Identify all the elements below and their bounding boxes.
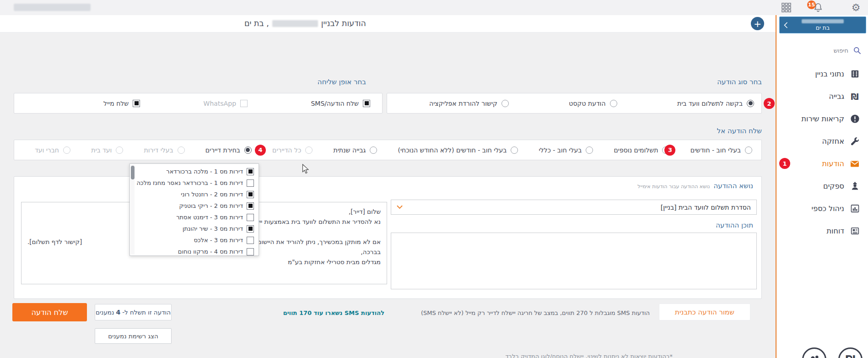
sidebar-item[interactable]: ספקים	[776, 175, 868, 197]
envelope-icon	[850, 159, 860, 169]
option-label: בעלי דירות	[144, 146, 173, 154]
recipient-option[interactable]: חברי ועד	[35, 146, 70, 154]
radio-icon	[244, 146, 252, 154]
sidebar-item[interactable]: ניהול כספי	[776, 197, 868, 220]
reports-icon	[850, 226, 860, 236]
tenant-option-label: דירות מס 1 - ברכורדאר נאסר מחנז מלכה	[136, 179, 243, 186]
sidebar-item-badge: 1	[779, 158, 790, 169]
service-exclamation-icon	[850, 114, 860, 124]
notification-count-badge: 15	[807, 0, 816, 9]
sms-limit-text: הודעות SMS מוגבלות ל 270 תווים, במצב של …	[387, 309, 650, 316]
group-icon[interactable]	[802, 347, 826, 358]
tenant-option[interactable]: דירות מס 3 - אלכס	[137, 234, 254, 246]
recipient-option[interactable]: בחירת דיירים 4	[205, 146, 252, 154]
tenant-option-label: דירות מס 1 - מלכה ברכורדאר	[166, 168, 243, 175]
option-label: בעלי חוב - כללי	[539, 146, 582, 154]
message-content-input[interactable]	[391, 233, 757, 289]
messages-page: { "topbar": { "notification_count": "15"…	[0, 0, 868, 358]
page-title: הודעות לבניין , בת ים	[208, 19, 366, 28]
sms-remaining-text[interactable]: להודעות SMS נשארו עוד 170 תווים	[256, 309, 384, 316]
send-message-button[interactable]: שלח הודעה	[12, 303, 87, 321]
building-selector[interactable]: בת ים	[779, 16, 866, 33]
checkbox-icon	[247, 248, 254, 255]
send-method-option[interactable]: שלח הודעה/SMS	[311, 100, 370, 107]
preview-line-link: [קישור לדף תשלום].	[27, 237, 82, 247]
scrollbar-thumb[interactable]	[131, 166, 135, 179]
checkbox-icon	[240, 100, 248, 107]
option-label: גבייה שנתית	[333, 146, 366, 154]
tenant-option-label: דירות מס 4 - מרקוו נוחום	[178, 248, 243, 255]
tenant-option[interactable]: דירות מס 1 - ברכורדאר נאסר מחנז מלכה	[137, 177, 254, 189]
option-label: כל הדיירים	[272, 146, 301, 154]
option-label: בחירת דיירים	[205, 146, 240, 154]
settings-gear-icon[interactable]: ⚙	[850, 2, 862, 13]
apps-grid-icon[interactable]	[781, 2, 792, 13]
tenant-option-label: דירות מס 2 - ריקי בוטניק	[179, 202, 243, 209]
recipient-option[interactable]: בעלי חוב - חודשים	[690, 146, 752, 154]
subject-select[interactable]: הסדרת תשלום לוועד הבית [בניין]	[391, 200, 757, 215]
recipient-option[interactable]: כל הדיירים	[272, 146, 313, 154]
send-method-option[interactable]: WhatsApp	[204, 100, 248, 107]
recipient-options: בעלי חוב - חודשים תשלומים נוספים 3 בעלי …	[14, 140, 762, 160]
svg-text:₪: ₪	[851, 92, 858, 102]
subject-label-row: נושא ההודעה נושא ההודעה עבור הודעות אימי…	[637, 182, 753, 190]
footer-note: *בהודעות יוצאות לא ניתנות לשינוי, יישלח …	[467, 353, 673, 358]
send-method-option[interactable]: שלח מייל	[103, 100, 140, 107]
save-template-button[interactable]: שמור הודעה כתבנית	[659, 304, 750, 320]
recipient-option[interactable]: בעלי דירות	[144, 146, 184, 154]
send-count-value: 4	[116, 309, 120, 316]
sidebar-item[interactable]: הודעות 1	[776, 152, 868, 175]
sidebar-item-label: ניהול כספי	[812, 204, 844, 213]
checkbox-icon	[247, 237, 254, 244]
topbar: 15 ⚙	[0, 0, 868, 15]
recipient-option[interactable]: בעלי חוב - חודשים (ללא החודש הנוכחי)	[398, 146, 518, 154]
sidebar-item[interactable]: קריאות שירות	[776, 108, 868, 130]
recipient-option[interactable]: בעלי חוב - כללי	[539, 146, 593, 154]
checkbox-icon	[247, 191, 254, 198]
sidebar-item[interactable]: אחזקה	[776, 130, 868, 152]
show-recipients-button[interactable]: הצג רשימת נמענים	[95, 328, 172, 344]
subject-label: נושא ההודעה	[713, 182, 753, 190]
tenant-option[interactable]: דירות מס 2 - ריקי בוטניק	[137, 200, 254, 212]
step-badge-2: 2	[764, 98, 775, 109]
company-logo-redacted	[14, 4, 91, 11]
tenant-option[interactable]: דירות מס 1 - מלכה ברכורדאר	[137, 166, 254, 177]
tenant-option[interactable]: דירות מס 3 - שיר יהונתן	[137, 223, 254, 234]
tenant-option[interactable]: דירות מס 3 - דימנט אסתר	[137, 212, 254, 223]
sidebar-item[interactable]: נתוני בניין	[776, 63, 868, 85]
sidebar-item[interactable]: דוחות	[776, 220, 868, 242]
shekel-circle-icon[interactable]: ₪	[838, 347, 863, 358]
sidebar-item-label: הודעות	[822, 159, 844, 168]
mouse-cursor	[302, 164, 310, 174]
tenant-option[interactable]: דירות מס 2 - רוזנטל רוני	[137, 189, 254, 200]
checkbox-icon	[247, 214, 254, 221]
radio-icon	[747, 100, 754, 107]
sidebar-item-label: ספקים	[823, 182, 844, 190]
search-placeholder: חיפוש	[834, 47, 848, 54]
finance-chart-icon	[850, 204, 860, 214]
sidebar-item-label: דוחות	[827, 227, 844, 235]
radio-icon	[501, 100, 509, 107]
sidebar-item[interactable]: ₪ גבייה	[776, 85, 868, 108]
sidebar-item-label: קריאות שירות	[802, 114, 844, 123]
message-type-option[interactable]: הודעת טקסט	[569, 100, 617, 107]
recipient-option[interactable]: ועד בית	[91, 146, 123, 154]
tenant-select-dropdown: דירות מס 1 - מלכה ברכורדאר דירות מס 1 - …	[129, 163, 259, 256]
sidebar-item-label: נתוני בניין	[815, 70, 844, 78]
add-button[interactable]: +	[751, 17, 764, 30]
sidebar-item-label: אחזקה	[822, 137, 845, 146]
message-type-option[interactable]: בקשה לתשלום וועד בית	[677, 100, 754, 107]
message-type-option[interactable]: קישור להורדת אפליקציה	[429, 100, 509, 107]
send-method-options: שלח הודעה/SMS WhatsApp שלח מייל	[14, 93, 383, 114]
building-icon	[850, 69, 860, 79]
recipient-option[interactable]: גבייה שנתית	[333, 146, 377, 154]
recipient-option[interactable]: תשלומים נוספים 3	[614, 146, 670, 154]
option-label: חברי ועד	[35, 146, 59, 154]
option-label: בעלי חוב - חודשים (ללא החודש הנוכחי)	[398, 146, 507, 154]
content-label: תוכן ההודעה	[716, 221, 753, 229]
send-count-suffix: נמענים	[96, 309, 114, 316]
send-count-box: הודעה זו תשלח ל- 4 נמענים	[95, 304, 172, 320]
page-header	[0, 15, 776, 33]
sidebar-search[interactable]: חיפוש	[776, 43, 868, 57]
tenant-option[interactable]: דירות מס 4 - מרקוו נוחום	[137, 246, 254, 256]
